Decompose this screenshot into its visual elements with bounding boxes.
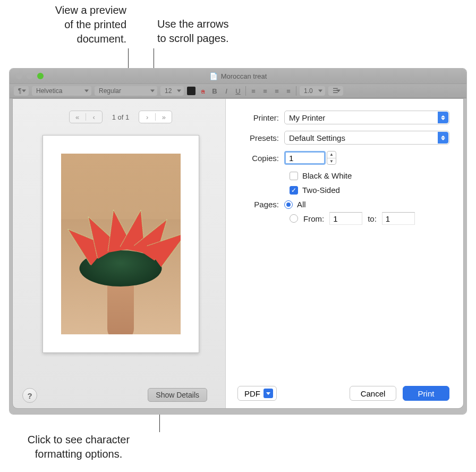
window-title: Moroccan treat [221, 72, 267, 80]
line-spacing-menu[interactable]: 1.0 [300, 86, 325, 96]
print-options-pane: Printer: My Printer Presets: Default Set… [225, 99, 463, 408]
window-controls [16, 73, 44, 79]
align-justify-button[interactable]: ≡ [284, 87, 293, 95]
from-input[interactable] [329, 212, 362, 225]
printer-label: Printer: [237, 113, 284, 122]
printer-value: My Printer [289, 113, 325, 122]
help-icon: ? [27, 391, 32, 400]
underline-button[interactable]: U [234, 87, 242, 95]
align-right-button[interactable]: ≡ [273, 87, 281, 95]
bw-checkbox[interactable] [290, 172, 298, 180]
align-left-button[interactable]: ≡ [249, 87, 258, 95]
printer-row: Printer: My Printer [237, 111, 449, 124]
bw-row: Black & White [290, 171, 449, 180]
chevron-down-icon [264, 389, 273, 398]
callout-details: Click to see character formatting option… [10, 433, 148, 461]
list-menu-icon: ☰ [333, 87, 338, 95]
page-last-button[interactable]: » [156, 111, 172, 123]
page-indicator: 1 of 1 [112, 113, 130, 121]
bw-label: Black & White [302, 171, 352, 180]
cancel-button[interactable]: Cancel [350, 386, 396, 401]
show-details-button[interactable]: Show Details [148, 388, 207, 402]
print-button[interactable]: Print [403, 386, 449, 401]
print-label: Print [418, 389, 435, 398]
page-preview [42, 135, 199, 353]
font-family-label: Helvetica [36, 87, 62, 95]
page-first-button[interactable]: « [70, 111, 86, 123]
copies-label: Copies: [237, 154, 284, 163]
font-size-label: 12 [165, 87, 172, 95]
titlebar: 📄 Moroccan treat [10, 69, 466, 83]
from-label: From: [303, 214, 324, 223]
font-style-label: Regular [99, 87, 121, 95]
pages-label: Pages: [237, 200, 284, 209]
copies-stepper[interactable]: ▲ ▼ [327, 151, 336, 165]
pages-all-radio[interactable] [284, 200, 293, 209]
page-next-button[interactable]: › [139, 111, 155, 123]
text-color-swatch[interactable] [187, 87, 196, 95]
pages-range-radio[interactable] [290, 214, 298, 223]
callout-arrows-text: Use the arrows to scroll pages. [157, 18, 229, 44]
show-details-label: Show Details [156, 391, 199, 399]
to-input[interactable] [382, 212, 415, 225]
page-navigator: « ‹ 1 of 1 › » [28, 108, 214, 125]
bold-button[interactable]: B [210, 87, 219, 95]
page-prev-group: « ‹ [69, 111, 103, 123]
document-window: 📄 Moroccan treat ¶ Helvetica Regular 12 … [9, 68, 467, 415]
close-window-button[interactable] [16, 73, 22, 79]
pages-all-label: All [297, 200, 306, 209]
strikethrough-button[interactable]: a [199, 87, 207, 95]
presets-label: Presets: [237, 133, 284, 142]
print-preview-pane: « ‹ 1 of 1 › » [13, 99, 225, 408]
presets-value: Default Settings [289, 133, 345, 142]
pdf-menu-button[interactable]: PDF [237, 386, 277, 401]
sheet-button-bar: PDF Cancel Print [237, 386, 449, 401]
doc-icon: 📄 [209, 72, 218, 80]
toolbar-divider [245, 86, 246, 96]
line-spacing-label: 1.0 [304, 87, 313, 95]
page-next-group: › » [139, 111, 172, 123]
to-label: to: [368, 214, 377, 223]
page-prev-button[interactable]: ‹ [86, 111, 102, 123]
pdf-label: PDF [244, 389, 260, 398]
paragraph-menu[interactable]: ¶ [14, 86, 29, 96]
print-sheet: « ‹ 1 of 1 › » [12, 98, 464, 409]
minimize-window-button[interactable] [27, 73, 33, 79]
callout-preview-text: View a preview of the printed document. [55, 4, 126, 45]
popup-arrows-icon [438, 132, 448, 144]
zoom-window-button[interactable] [37, 73, 44, 79]
popup-arrows-icon [438, 112, 448, 123]
toolbar-divider [296, 86, 296, 96]
copies-row: Copies: ▲ ▼ [237, 151, 449, 165]
font-style-menu[interactable]: Regular [95, 86, 157, 96]
help-button[interactable]: ? [22, 388, 37, 403]
format-toolbar: ¶ Helvetica Regular 12 a B I U ≡ ≡ ≡ ≡ 1… [10, 83, 466, 98]
twosided-row: ✓ Two-Sided [290, 186, 449, 195]
presets-row: Presets: Default Settings [237, 131, 449, 145]
callout-arrows: Use the arrows to scroll pages. [157, 17, 274, 46]
callout-details-text: Click to see character formatting option… [28, 434, 130, 460]
italic-button[interactable]: I [222, 87, 231, 95]
stepper-down-icon: ▼ [327, 158, 336, 165]
pages-row: Pages: All [237, 200, 449, 209]
twosided-label: Two-Sided [302, 186, 340, 195]
callout-preview: View a preview of the printed document. [10, 3, 126, 46]
font-size-menu[interactable]: 12 [160, 86, 184, 96]
twosided-checkbox[interactable]: ✓ [290, 186, 298, 195]
stepper-up-icon: ▲ [327, 151, 336, 158]
cancel-label: Cancel [361, 389, 386, 398]
printer-popup[interactable]: My Printer [284, 111, 449, 124]
presets-popup[interactable]: Default Settings [284, 131, 449, 145]
font-family-menu[interactable]: Helvetica [32, 86, 91, 96]
preview-photo [61, 154, 181, 334]
pages-range-row: From: to: [290, 212, 449, 225]
list-menu[interactable]: ☰ [328, 86, 343, 96]
paragraph-menu-label: ¶ [18, 87, 21, 95]
copies-input[interactable] [284, 151, 326, 165]
align-center-button[interactable]: ≡ [261, 87, 269, 95]
